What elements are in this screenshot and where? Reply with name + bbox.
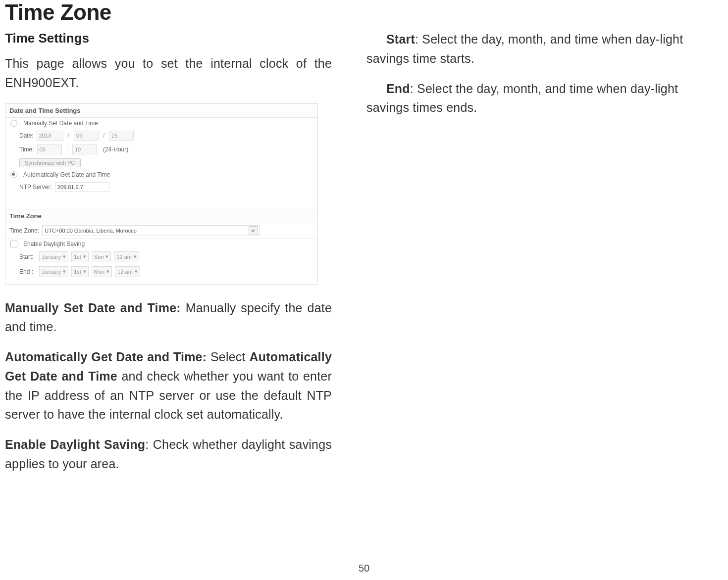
chevron-down-icon: ▾ <box>106 268 109 275</box>
sync-row: Synchronize with PC <box>5 156 317 169</box>
end-month-select[interactable]: January▾ <box>39 266 68 277</box>
end-ordinal-select[interactable]: 1st▾ <box>71 266 89 277</box>
end-term: End <box>386 82 410 96</box>
start-day-select[interactable]: Sun▾ <box>92 251 111 262</box>
start-term: Start <box>386 32 415 46</box>
chevron-down-icon <box>249 226 258 235</box>
time-sep: : <box>65 146 69 153</box>
section-title: Time Settings <box>5 31 332 46</box>
date-row: Date: / / <box>5 129 317 143</box>
chevron-down-icon: ▾ <box>63 253 66 260</box>
manual-set-paragraph: Manually Set Date and Time: Manually spe… <box>5 298 332 337</box>
page-title: Time Zone <box>5 0 332 25</box>
start-ordinal-select[interactable]: 1st▾ <box>71 251 89 262</box>
auto-get-paragraph: Automatically Get Date and Time: Select … <box>5 347 332 424</box>
dls-start-row: Start: January▾ 1st▾ Sun▾ 12 am▾ <box>5 249 317 264</box>
time-label: Time: <box>19 146 34 153</box>
day-input[interactable] <box>109 131 134 141</box>
ntp-row: NTP Server: <box>5 180 317 194</box>
end-day-select[interactable]: Mon▾ <box>92 266 112 277</box>
end-hour-select[interactable]: 12 am▾ <box>115 266 140 277</box>
timezone-label: Time Zone: <box>9 227 39 234</box>
chevron-down-icon: ▾ <box>63 268 66 275</box>
date-time-settings-header: Date and Time Settings <box>5 104 317 118</box>
enable-dls-term: Enable Daylight Saving <box>5 437 145 451</box>
ntp-label: NTP Server: <box>19 184 52 191</box>
minute-input[interactable] <box>72 145 97 154</box>
time-zone-header: Time Zone <box>5 209 317 223</box>
time-row: Time: : (24-Hour) <box>5 143 317 156</box>
hour-input[interactable] <box>37 145 62 154</box>
dls-end-row: End : January▾ 1st▾ Mon▾ 12 am▾ <box>5 264 317 284</box>
chevron-down-icon: ▾ <box>83 268 86 275</box>
enable-dls-paragraph: Enable Daylight Saving: Check whether da… <box>5 435 332 474</box>
manual-set-radio[interactable] <box>10 120 17 127</box>
timezone-select[interactable]: UTC+00:00 Gambia, Liberia, Morocco <box>42 225 260 236</box>
ntp-server-input[interactable] <box>55 182 109 192</box>
auto-get-term-1: Automatically Get Date and Time: <box>5 350 207 364</box>
settings-screenshot: Date and Time Settings Manually Set Date… <box>5 103 318 285</box>
manual-set-row[interactable]: Manually Set Date and Time <box>5 118 317 129</box>
daylight-saving-checkbox[interactable] <box>10 241 17 247</box>
time-format-label: (24-Hour) <box>103 146 128 153</box>
manual-set-term: Manually Set Date and Time: <box>5 301 181 315</box>
start-month-select[interactable]: January▾ <box>39 251 68 262</box>
month-input[interactable] <box>74 131 99 141</box>
intro-paragraph: This page allows you to set the internal… <box>5 54 332 93</box>
chevron-down-icon: ▾ <box>135 268 138 275</box>
daylight-saving-label: Enable Daylight Saving <box>23 241 85 247</box>
start-paragraph: Start: Select the day, month, and time w… <box>366 30 693 68</box>
chevron-down-icon: ▾ <box>105 253 108 260</box>
auto-get-row[interactable]: Automatically Get Date and Time <box>5 169 317 180</box>
chevron-down-icon: ▾ <box>134 253 137 260</box>
auto-get-label: Automatically Get Date and Time <box>23 171 110 178</box>
timezone-value: UTC+00:00 Gambia, Liberia, Morocco <box>45 228 137 234</box>
start-hour-select[interactable]: 12 am▾ <box>114 251 139 262</box>
page-number: 50 <box>0 563 728 574</box>
sync-with-pc-button[interactable]: Synchronize with PC <box>19 158 81 167</box>
date-sep-1: / <box>66 132 71 139</box>
year-input[interactable] <box>37 131 63 141</box>
end-paragraph: End: Select the day, month, and time whe… <box>366 79 693 118</box>
chevron-down-icon: ▾ <box>83 253 86 260</box>
manual-set-label: Manually Set Date and Time <box>23 120 98 127</box>
dls-start-label: Start: <box>19 253 36 260</box>
dls-end-label: End : <box>19 268 36 275</box>
auto-get-radio[interactable] <box>10 171 17 178</box>
date-sep-2: / <box>102 132 106 139</box>
date-label: Date: <box>19 132 34 139</box>
daylight-saving-row[interactable]: Enable Daylight Saving <box>5 239 317 249</box>
timezone-row: Time Zone: UTC+00:00 Gambia, Liberia, Mo… <box>5 223 317 239</box>
